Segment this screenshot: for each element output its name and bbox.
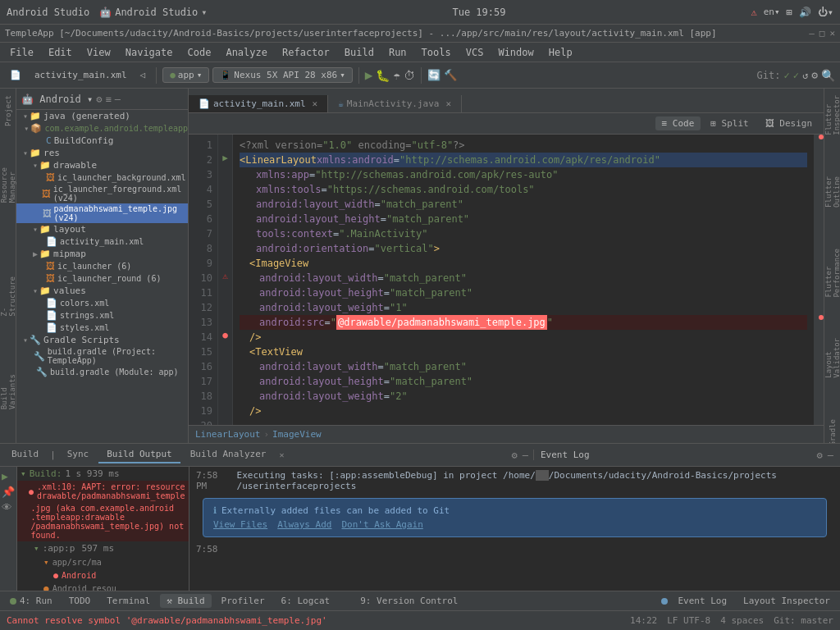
make-btn[interactable]: 🔨	[444, 69, 457, 81]
lang-selector[interactable]: en▾	[764, 7, 780, 17]
build-variants-icon[interactable]: Build Variants	[0, 371, 18, 413]
menu-tools[interactable]: Tools	[415, 45, 458, 60]
tree-ic-bg[interactable]: 🖼 ic_launcher_background.xml	[16, 171, 188, 184]
bp-eye-icon[interactable]: 👁	[2, 501, 15, 514]
tree-build-gradle-app[interactable]: 🔧 build.gradle (Module: app)	[16, 366, 188, 378]
tree-layout[interactable]: ▾ 📁 layout	[16, 223, 188, 235]
code-editor[interactable]: 12345 678910 1112131415 1617181920 21 ▶	[189, 135, 824, 425]
git-settings[interactable]: ⚙	[811, 69, 818, 81]
tree-ic-launcher[interactable]: 🖼 ic_launcher (6)	[16, 260, 188, 272]
tree-strings[interactable]: 📄 strings.xml	[16, 309, 188, 322]
run-btn[interactable]: ▶	[365, 67, 373, 83]
debug-btn[interactable]: 🐛	[376, 69, 390, 82]
project-panel-icon[interactable]: Project	[2, 92, 14, 130]
view-tab-split[interactable]: ⊞ Split	[704, 116, 755, 130]
footer-tab-todo[interactable]: TODO	[62, 594, 98, 608]
menu-window[interactable]: Window	[491, 45, 540, 60]
view-tab-design[interactable]: 🖼 Design	[759, 116, 819, 130]
sync-btn[interactable]: 🔄	[427, 69, 441, 81]
breadcrumb-linear-layout[interactable]: LinearLayout	[195, 429, 260, 440]
toolbar-nav-btn[interactable]: ◁	[135, 68, 151, 82]
dont-ask-link[interactable]: Don't Ask Again	[341, 519, 422, 530]
minimize-btn[interactable]: —	[809, 28, 815, 39]
tab-activity-main[interactable]: 📄 activity_main.xml ✕	[189, 95, 328, 112]
footer-tab-terminal[interactable]: Terminal	[100, 594, 157, 608]
view-files-link[interactable]: View Files	[213, 519, 267, 530]
menu-vcs[interactable]: VCS	[459, 45, 491, 60]
menu-view[interactable]: View	[80, 45, 117, 60]
footer-tab-layout-inspector[interactable]: Layout Inspector	[737, 594, 837, 608]
bp-run-icon[interactable]: ▶	[2, 470, 15, 482]
build-item-app[interactable]: ▾ :app:p 597 ms	[17, 541, 189, 555]
bp-pin-icon[interactable]: 📌	[2, 486, 15, 498]
close-btn[interactable]: ✕	[829, 28, 835, 39]
footer-tab-run[interactable]: 4: Run	[3, 594, 59, 608]
build-error-detail[interactable]: .jpg (aka com.example.android .templeapp…	[17, 502, 189, 541]
tree-build-gradle-project[interactable]: 🔧 build.gradle (Project: TempleApp)	[16, 346, 188, 366]
git-undo[interactable]: ↺	[802, 70, 808, 81]
view-tab-code[interactable]: ≡ Code	[655, 116, 701, 130]
tab-build-main[interactable]: Build	[3, 446, 47, 463]
menu-build[interactable]: Build	[338, 45, 381, 60]
resource-manager-icon[interactable]: Resource Manager	[0, 164, 18, 206]
gradle-icon[interactable]: Gradle	[827, 416, 838, 443]
tab-mainactivity[interactable]: ☕ MainActivity.java ✕	[328, 95, 462, 112]
flutter-inspector-icon[interactable]: Flutter Inspector	[823, 92, 841, 139]
menu-navigate[interactable]: Navigate	[119, 45, 180, 60]
tab-build-output[interactable]: Build Output	[98, 446, 180, 463]
menu-help[interactable]: Help	[542, 45, 579, 60]
flutter-outline-icon[interactable]: Flutter Outline	[823, 173, 841, 211]
build-item-main[interactable]: ▾ Build: 1 s 939 ms	[17, 467, 189, 481]
activities-label[interactable]: Android Studio	[7, 7, 89, 18]
android-dropdown[interactable]: 🤖 Android ▾	[21, 94, 93, 105]
tree-colors[interactable]: 📄 colors.xml	[16, 297, 188, 309]
build-error-xml[interactable]: ● .xml:10: AAPT: error: resource drawabl…	[17, 481, 189, 502]
tree-buildconfig[interactable]: C BuildConfig	[16, 135, 188, 147]
panel-gear-icon[interactable]: ≡	[105, 94, 111, 105]
event-minimize-icon[interactable]: –	[828, 450, 833, 461]
git-tick2[interactable]: ✓	[793, 70, 799, 81]
tree-mipmap[interactable]: ▶ 📁 mipmap	[16, 248, 188, 260]
power-icon[interactable]: ⏻▾	[818, 7, 833, 18]
app-selector[interactable]: ● app ▾	[162, 67, 209, 83]
panel-close-icon[interactable]: –	[115, 94, 121, 105]
menu-file[interactable]: File	[3, 45, 40, 60]
tree-res[interactable]: ▾ 📁 res	[16, 147, 188, 159]
tree-styles[interactable]: 📄 styles.xml	[16, 322, 188, 334]
bottom-minimize-icon[interactable]: –	[523, 450, 528, 461]
menu-code[interactable]: Code	[181, 45, 218, 60]
structure-icon[interactable]: Z-Structure	[0, 273, 18, 320]
event-settings-icon[interactable]: ⚙	[817, 450, 823, 461]
volume-icon[interactable]: 🔊	[799, 7, 811, 18]
tree-ic-fg[interactable]: 🖼 ic_launcher_foreground.xml (v24)	[16, 184, 188, 203]
breadcrumb-image-view[interactable]: ImageView	[272, 429, 322, 440]
flutter-performance-icon[interactable]: Flutter Performance	[823, 245, 841, 301]
tree-ic-launcher-round[interactable]: 🖼 ic_launcher_round (6)	[16, 272, 188, 285]
menu-run[interactable]: Run	[382, 45, 413, 60]
bottom-settings-icon[interactable]: ⚙	[511, 450, 517, 461]
build-item-src[interactable]: ▾ app/src/ma	[17, 555, 189, 569]
panel-settings-icon[interactable]: ⚙	[96, 94, 102, 105]
device-selector[interactable]: 📱 Nexus 5X API 28 x86 ▾	[212, 67, 352, 83]
menu-refactor[interactable]: Refactor	[276, 45, 336, 60]
android-studio-label[interactable]: 🤖 Android Studio ▾	[99, 7, 207, 18]
tree-drawable[interactable]: ▾ 📁 drawable	[16, 159, 188, 171]
tree-temple-jpg[interactable]: 🖼 padmanabhswami_temple.jpg (v24)	[16, 203, 188, 223]
footer-tab-event-log[interactable]: Event Log	[671, 594, 733, 608]
tree-activity-main[interactable]: 📄 activity_main.xml	[16, 235, 188, 248]
toolbar-filename[interactable]: activity_main.xml	[30, 68, 132, 82]
layout-validator-icon[interactable]: Layout Validator	[823, 335, 841, 381]
footer-tab-logcat[interactable]: 6: Logcat	[275, 594, 337, 608]
tab-build-analyzer[interactable]: Build Analyzer	[182, 446, 275, 463]
menu-analyze[interactable]: Analyze	[219, 45, 274, 60]
footer-tab-profiler[interactable]: Profiler	[215, 594, 272, 608]
search-everywhere-btn[interactable]: 🔍	[821, 69, 835, 82]
tree-java-generated[interactable]: ▾ 📁 java (generated)	[16, 110, 188, 122]
coverage-btn[interactable]: ☂	[393, 69, 399, 82]
footer-tab-vcs[interactable]: 9: Version Control	[354, 594, 464, 608]
build-item-resource[interactable]: ● Android resou	[17, 582, 189, 591]
tab-sync[interactable]: Sync	[59, 446, 98, 463]
event-log-label[interactable]: Event Log	[533, 450, 590, 460]
build-analyzer-close[interactable]: ✕	[279, 450, 284, 459]
alert-icon[interactable]: ⚠	[751, 7, 756, 18]
